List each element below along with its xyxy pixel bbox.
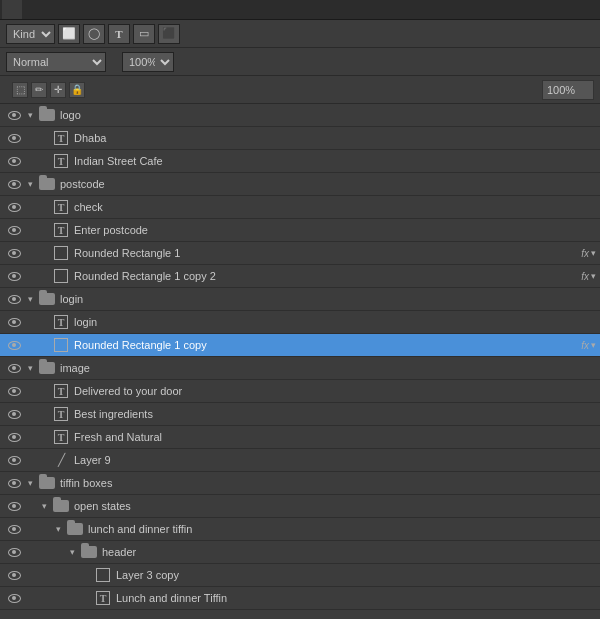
expand-arrow[interactable]	[28, 110, 38, 120]
fx-expand-arrow[interactable]: ▾	[591, 248, 596, 258]
visibility-toggle[interactable]	[0, 525, 28, 534]
layer-row[interactable]: TIndian Street Cafe	[0, 150, 600, 173]
tab-bar	[0, 0, 600, 20]
visibility-toggle[interactable]	[0, 134, 28, 143]
visibility-toggle[interactable]	[0, 456, 28, 465]
folder-icon	[39, 362, 55, 374]
visibility-toggle[interactable]	[0, 157, 28, 166]
opacity-select[interactable]: 100% 75% 50% 25%	[122, 52, 174, 72]
eye-icon	[8, 134, 21, 143]
layer-name: tiffin boxes	[60, 477, 596, 489]
blend-mode-select[interactable]: Normal Dissolve Multiply Screen Overlay	[6, 52, 106, 72]
layers-panel: logoTDhabaTIndian Street CafepostcodeTch…	[0, 104, 600, 619]
pixel-filter-btn[interactable]: ⬜	[58, 24, 80, 44]
layer-name: Dhaba	[74, 132, 596, 144]
eye-icon	[8, 295, 21, 304]
layer-row[interactable]: postcode	[0, 173, 600, 196]
visibility-toggle[interactable]	[0, 295, 28, 304]
smartobj-filter-btn[interactable]: ⬛	[158, 24, 180, 44]
eye-icon	[8, 433, 21, 442]
layer-row[interactable]: open states	[0, 495, 600, 518]
kind-select[interactable]: Kind	[6, 24, 55, 44]
eye-icon	[8, 502, 21, 511]
layer-name: Fresh and Natural	[74, 431, 596, 443]
layer-row[interactable]: tiffin boxes	[0, 472, 600, 495]
layer-row[interactable]: Rounded Rectangle 1 copy 2fx▾	[0, 265, 600, 288]
expand-arrow[interactable]	[70, 547, 80, 557]
fx-badge: fx	[581, 248, 589, 259]
tab-layers[interactable]	[2, 0, 22, 19]
lock-paint-btn[interactable]: ✏	[31, 82, 47, 98]
folder-icon	[81, 546, 97, 558]
expand-arrow[interactable]	[28, 363, 38, 373]
lock-all-btn[interactable]: 🔒	[69, 82, 85, 98]
layer-row[interactable]: TLunch and dinner Tiffin	[0, 587, 600, 610]
expand-arrow[interactable]	[28, 179, 38, 189]
folder-icon	[39, 293, 55, 305]
text-filter-btn[interactable]: T	[108, 24, 130, 44]
shape-filter-btn[interactable]: ▭	[133, 24, 155, 44]
visibility-toggle[interactable]	[0, 111, 28, 120]
layer-row[interactable]: Tlogin	[0, 311, 600, 334]
visibility-toggle[interactable]	[0, 433, 28, 442]
layer-name: Indian Street Cafe	[74, 155, 596, 167]
layer-row[interactable]: header	[0, 541, 600, 564]
layer-row[interactable]: login	[0, 288, 600, 311]
layer-row[interactable]: TEnter postcode	[0, 219, 600, 242]
layer-row[interactable]: TBest ingredients	[0, 403, 600, 426]
layer-name: Layer 9	[74, 454, 596, 466]
visibility-toggle[interactable]	[0, 318, 28, 327]
fill-input[interactable]	[542, 80, 594, 100]
visibility-toggle[interactable]	[0, 226, 28, 235]
visibility-toggle[interactable]	[0, 203, 28, 212]
layer-row[interactable]: logo	[0, 104, 600, 127]
layer-row[interactable]: TFresh and Natural	[0, 426, 600, 449]
expand-arrow[interactable]	[42, 501, 52, 511]
lock-transparency-btn[interactable]: ⬚	[12, 82, 28, 98]
layer-name: Lunch and dinner Tiffin	[116, 592, 596, 604]
visibility-toggle[interactable]	[0, 272, 28, 281]
expand-arrow[interactable]	[56, 524, 66, 534]
layer-name: image	[60, 362, 596, 374]
visibility-toggle[interactable]	[0, 479, 28, 488]
fx-expand-arrow[interactable]: ▾	[591, 340, 596, 350]
tab-paths[interactable]	[42, 0, 62, 19]
visibility-toggle[interactable]	[0, 387, 28, 396]
eye-icon	[8, 226, 21, 235]
lock-position-btn[interactable]: ✛	[50, 82, 66, 98]
visibility-toggle[interactable]	[0, 249, 28, 258]
layer-row[interactable]: lunch and dinner tiffin	[0, 518, 600, 541]
eye-icon	[8, 318, 21, 327]
text-layer-icon: T	[54, 223, 68, 237]
eye-icon	[8, 180, 21, 189]
adjustment-filter-btn[interactable]: ◯	[83, 24, 105, 44]
layer-row[interactable]: image	[0, 357, 600, 380]
fx-badge: fx	[581, 271, 589, 282]
lock-icons: ⬚ ✏ ✛ 🔒	[12, 82, 85, 98]
visibility-toggle[interactable]	[0, 548, 28, 557]
layer-row[interactable]: Tcheck	[0, 196, 600, 219]
expand-arrow[interactable]	[28, 294, 38, 304]
visibility-toggle[interactable]	[0, 571, 28, 580]
fx-expand-arrow[interactable]: ▾	[591, 271, 596, 281]
layer-row[interactable]: TDhaba	[0, 127, 600, 150]
eye-icon	[8, 249, 21, 258]
layer-row[interactable]: Rounded Rectangle 1 copyfx▾	[0, 334, 600, 357]
text-layer-icon: T	[54, 154, 68, 168]
visibility-toggle[interactable]	[0, 502, 28, 511]
blend-opacity-row: Normal Dissolve Multiply Screen Overlay …	[0, 48, 600, 76]
layer-row[interactable]: Layer 3 copy	[0, 564, 600, 587]
visibility-toggle[interactable]	[0, 364, 28, 373]
layer-row[interactable]: TDelivered to your door	[0, 380, 600, 403]
visibility-toggle[interactable]	[0, 594, 28, 603]
layer-row[interactable]: ╱Layer 9	[0, 449, 600, 472]
visibility-toggle[interactable]	[0, 410, 28, 419]
eye-icon	[8, 203, 21, 212]
visibility-toggle[interactable]	[0, 180, 28, 189]
layer-row[interactable]: Rounded Rectangle 1fx▾	[0, 242, 600, 265]
visibility-toggle[interactable]	[0, 341, 28, 350]
expand-arrow[interactable]	[28, 478, 38, 488]
tab-channels[interactable]	[22, 0, 42, 19]
eye-icon	[8, 341, 21, 350]
eye-icon	[8, 525, 21, 534]
